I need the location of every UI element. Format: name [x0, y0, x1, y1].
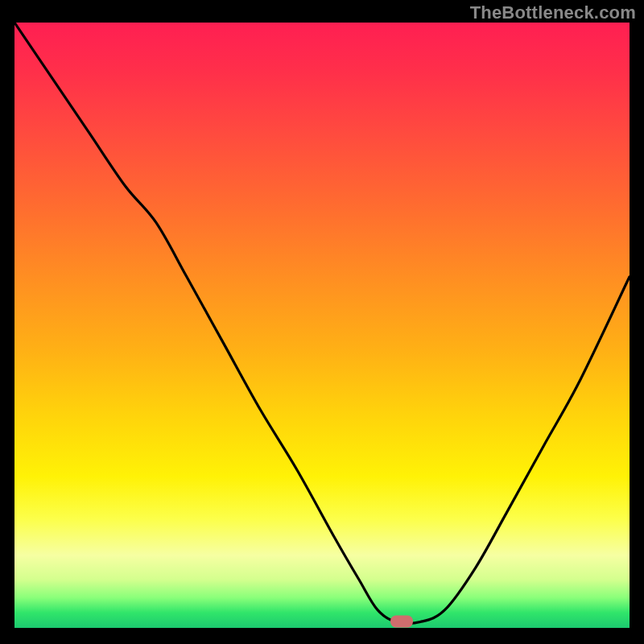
optimal-point-marker: [390, 616, 413, 628]
bottleneck-chart: [14, 23, 630, 628]
bottleneck-curve: [14, 23, 630, 628]
watermark-label: TheBottleneck.com: [470, 2, 636, 23]
bottleneck-curve-path: [14, 23, 630, 623]
